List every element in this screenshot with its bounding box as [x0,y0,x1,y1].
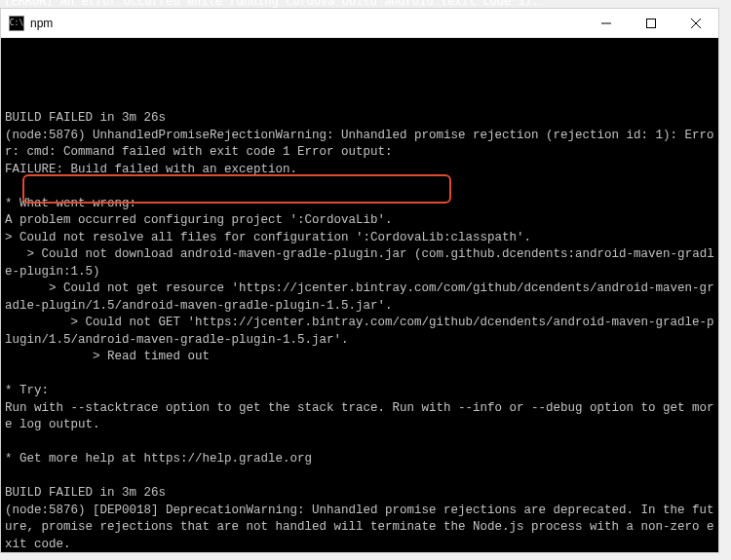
titlebar[interactable]: C:\ npm [1,9,718,38]
maximize-icon [646,19,656,28]
terminal-output[interactable]: BUILD FAILED in 3m 26s(node:5876) Unhand… [1,38,718,552]
minimize-icon [601,19,611,28]
terminal-line: > Could not get resource 'https://jcente… [5,280,714,315]
terminal-line: > Could not download android-maven-gradl… [5,246,714,280]
terminal-line [5,93,714,111]
terminal-line [5,178,714,196]
terminal-line: BUILD FAILED in 3m 26s [5,110,714,128]
terminal-line: > Could not resolve all files for config… [5,230,714,247]
close-button[interactable] [673,9,718,38]
terminal-line: (node:5876) UnhandledPromiseRejectionWar… [5,128,714,162]
maximize-button[interactable] [629,9,673,38]
window-title: npm [30,17,53,30]
terminal-line: FAILURE: Build failed with an exception. [5,162,714,179]
svg-rect-1 [647,19,656,27]
terminal-line: * What went wrong: [5,196,714,213]
terminal-line: > Read timed out [5,349,714,366]
title-left: C:\ npm [9,16,53,31]
terminal-line: > Could not GET 'https://jcenter.bintray… [5,315,714,349]
terminal-line [5,434,714,452]
terminal-line: A problem occurred configuring project '… [5,212,714,230]
partial-previous-window: [ERROR] An error occurred while running … [0,0,731,8]
terminal-line: (node:5876) [DEP0018] DeprecationWarning… [5,503,714,553]
terminal-line: * Try: [5,383,714,400]
terminal-line: BUILD FAILED in 3m 26s [5,485,714,503]
close-icon [691,19,701,28]
window-controls [584,9,718,38]
terminal-line: * Get more help at https://help.gradle.o… [5,451,714,468]
terminal-line [5,468,714,486]
terminal-window: C:\ npm BUILD FAILED in 3m 26s(node:5876… [0,8,719,553]
minimize-button[interactable] [584,9,629,38]
cmd-icon: C:\ [9,16,24,31]
terminal-line [5,366,714,384]
terminal-line: Run with --stacktrace option to get the … [5,400,714,434]
